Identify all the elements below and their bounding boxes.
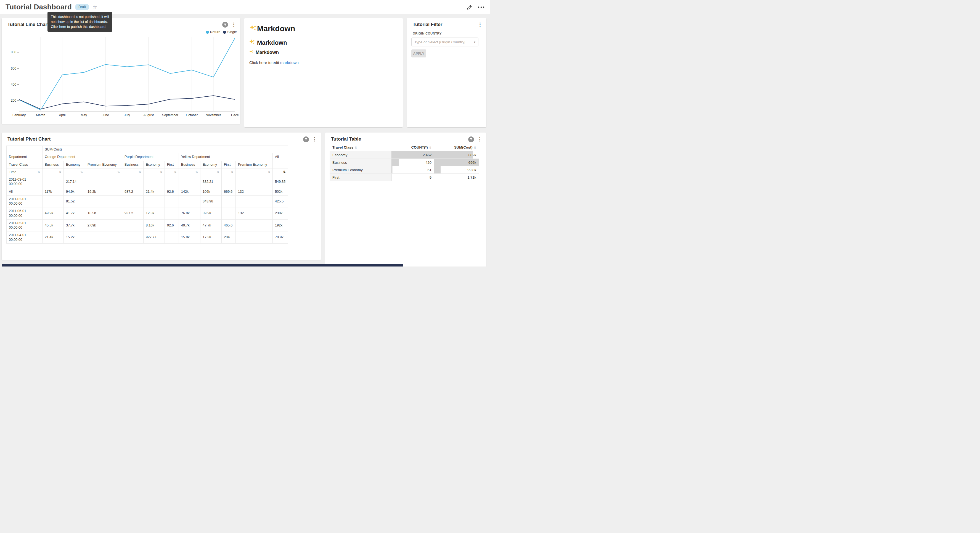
kebab-menu-icon[interactable]: ⋮ [477,22,482,27]
markdown-heading-3: Markdown [249,49,279,55]
sort-icon[interactable]: ⇅ [283,171,285,174]
sort-icon[interactable]: ⇅ [217,171,219,174]
pivot-time-label: Time [9,170,16,174]
draft-badge[interactable]: Draft [75,4,89,10]
pivot-value-cell [236,176,273,188]
origin-country-select[interactable]: Type or Select [Origin Country] ▾ [411,38,479,46]
pivot-class: Economy [64,161,85,168]
markdown-card[interactable]: Markdown Markdown Markdown Click here to… [244,18,403,127]
sort-icon[interactable]: ⇅ [231,171,233,174]
pivot-value-cell: 927.77 [143,231,165,244]
pivot-value-cell: 39.9k [200,207,222,220]
pivot-value-cell [122,219,143,231]
pivot-class: First [222,161,236,168]
filter-badge-icon[interactable] [303,136,309,142]
col-header-travel-class[interactable]: Travel Class⇅ [329,144,391,152]
sort-icon[interactable]: ⇅ [138,171,141,174]
pivot-value-cell: 81.52 [64,195,85,207]
table-row: Premium Economy6199.8k [329,166,479,174]
pivot-row-label: 2011-03-01 00:00:00 [6,176,43,188]
kebab-menu-icon[interactable]: ⋮ [477,137,482,142]
col-header-sum[interactable]: SUM(Cost)⇅ [434,144,479,152]
kebab-menu-icon[interactable]: ⋮ [312,137,317,142]
sort-icon[interactable]: ⇅ [268,171,270,174]
legend-dot [206,31,209,34]
sort-icon[interactable]: ⇅ [117,171,120,174]
svg-text:400: 400 [11,83,16,86]
filter-badge-icon[interactable] [468,136,474,142]
pivot-value-cell [43,176,64,188]
table-header-row: Travel Class⇅COUNT(*)⇅SUM(Cost)⇅ [329,144,479,152]
pivot-row-label: 2011-04-01 00:00:00 [6,231,43,244]
pivot-value-cell: 132 [236,188,273,195]
pivot-value-cell: 94.9k [64,188,85,195]
pivot-value-cell: 132 [236,207,273,220]
sort-icon[interactable]: ⇅ [174,171,177,174]
sparkles-icon [249,24,257,34]
pivot-class: Business [122,161,143,168]
sparkles-icon [249,39,255,46]
pivot-value-cell: 15.2k [64,231,85,244]
markdown-heading-2: Markdown [249,39,287,46]
pivot-value-cell [236,219,273,231]
pivot-class: Business [179,161,200,168]
svg-text:April: April [59,113,65,117]
pivot-class: Premium Economy [85,161,122,168]
more-ellipsis-icon[interactable] [478,6,484,8]
filter-title: Tutorial Filter [413,22,442,27]
svg-text:September: September [162,113,178,117]
legend-item-single[interactable]: Single [223,30,237,34]
pivot-value-cell [122,176,143,188]
sort-icon[interactable]: ⇅ [160,171,162,174]
pivot-value-cell [43,195,64,207]
pivot-value-cell: 15.9k [179,231,200,244]
count-cell: 420 [391,159,434,166]
pivot-row: 2011-02-01 00:00:0081.52343.98425.5 [6,195,288,207]
sort-icon[interactable]: ⇅ [196,171,198,174]
pivot-value-cell [222,176,236,188]
pivot-value-cell [165,207,179,220]
pivot-corner [6,146,43,153]
count-cell: 61 [391,166,434,174]
apply-button[interactable]: APPLY [411,49,426,57]
pivot-class: Premium Economy [236,161,273,168]
svg-text:800: 800 [11,50,16,54]
pivot-value-cell: 76.9k [179,207,200,220]
edit-pencil-icon[interactable] [467,5,473,10]
pivot-value-cell: 19.2k [85,188,122,195]
pivot-value-cell: 45.5k [43,219,64,231]
sort-icon[interactable]: ⇅ [38,171,40,174]
pivot-value-cell: 343.98 [200,195,222,207]
pivot-value-cell [122,195,143,207]
sort-icon[interactable]: ⇅ [59,171,61,174]
pivot-class: Business [43,161,64,168]
pivot-department-row: DepartmentOrange DepartmentPurple Depart… [6,153,288,161]
card-actions: ⋮ [468,136,482,142]
legend-label: Single [227,30,237,34]
favorite-star-icon[interactable]: ☆ [92,5,97,10]
sort-icon: ⇅ [474,146,476,149]
pivot-value-cell: 142k [179,188,200,195]
sum-cell: 99.8k [434,166,479,174]
next-row-chart-partial [2,264,403,266]
pivot-value-cell: 217.14 [64,176,85,188]
pivot-value-cell: 669.6 [222,188,236,195]
pivot-value-cell: 117k [43,188,64,195]
legend-item-return[interactable]: Return [206,30,221,34]
sort-icon[interactable]: ⇅ [80,171,83,174]
table-card: Tutorial Table ⋮ Travel Class⇅COUNT(*)⇅S… [325,132,486,266]
pivot-row-label: 2011-06-01 00:00:00 [6,207,43,220]
col-header-count[interactable]: COUNT(*)⇅ [391,144,434,152]
svg-text:July: July [124,113,130,117]
pivot-value-cell: 49.7k [179,219,200,231]
svg-text:600: 600 [11,67,16,70]
pivot-value-cell: 12.3k [143,207,165,220]
markdown-edit-link[interactable]: markdown [280,61,299,65]
pivot-value-cell: 502k [273,188,288,195]
travel-class-cell: Premium Economy [329,166,391,174]
pivot-value-cell: 70.9k [273,231,288,244]
table-row: First91.71k [329,174,479,181]
sort-icon: ⇅ [355,146,357,149]
sparkles-icon [249,49,254,55]
svg-text:Dece: Dece [231,113,239,117]
